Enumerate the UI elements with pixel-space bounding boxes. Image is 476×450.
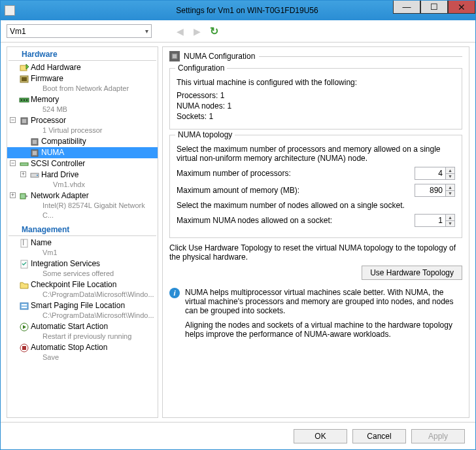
dialog-footer: OK Cancel Apply [1, 422, 475, 449]
max-mem-label: Maximum amount of memory (MB): [177, 186, 299, 195]
close-button[interactable]: ✕ [448, 1, 475, 14]
app-icon [5, 5, 15, 16]
processor-icon [29, 148, 40, 158]
network-adapter-icon [19, 191, 29, 201]
toolbar: Vm1 ▾ ◀ ▶ ↻ [1, 20, 475, 43]
paging-icon [19, 301, 29, 311]
name-icon: I [19, 238, 29, 249]
spin-up-icon[interactable]: ▲ [446, 167, 454, 174]
processor-icon [19, 116, 29, 126]
svg-rect-12 [33, 151, 37, 155]
start-action-icon [19, 322, 29, 332]
info-text: NUMA helps multiprocessor virtual machin… [185, 288, 462, 344]
hard-drive-icon [29, 170, 40, 181]
info-icon: i [169, 288, 180, 298]
svg-rect-21 [22, 304, 27, 305]
svg-rect-10 [33, 140, 37, 144]
topology-intro: Select the maximum number of processors … [177, 145, 455, 163]
svg-rect-4 [21, 99, 22, 101]
use-hardware-topology-button[interactable]: Use Hardware Topology [362, 266, 462, 280]
tree-firmware[interactable]: Firmware Boot from Network Adapter [7, 73, 158, 94]
configuration-group: Configuration This virtual machine is co… [169, 68, 462, 130]
maximize-button[interactable]: ☐ [420, 1, 448, 14]
hardware-section-header[interactable]: Hardware [8, 48, 156, 61]
spin-down-icon[interactable]: ▼ [446, 174, 454, 180]
tree-processor[interactable]: − Processor 1 Virtual processor [7, 115, 158, 136]
tree-name[interactable]: I Name Vm1 [7, 237, 158, 258]
max-proc-input[interactable] [415, 167, 445, 179]
config-intro: This virtual machine is configured with … [177, 78, 455, 87]
tree-memory[interactable]: Memory 524 MB [7, 94, 158, 115]
spin-up-icon[interactable]: ▲ [446, 184, 454, 191]
folder-icon [19, 280, 29, 290]
svg-point-15 [37, 175, 38, 176]
topology-legend: NUMA topology [175, 130, 235, 139]
tree-compatibility[interactable]: Compatibility [7, 136, 158, 147]
ok-button[interactable]: OK [294, 429, 347, 443]
svg-rect-6 [26, 99, 27, 101]
max-nodes-input[interactable] [415, 215, 445, 226]
refresh-icon: ↻ [210, 25, 218, 37]
expander-icon[interactable]: + [20, 171, 26, 177]
spin-down-icon[interactable]: ▼ [446, 191, 454, 197]
spin-up-icon[interactable]: ▲ [446, 215, 454, 221]
reset-text: Click Use Hardware Topology to reset the… [169, 243, 462, 262]
tree-checkpoint-location[interactable]: Checkpoint File Location C:\ProgramData\… [7, 279, 158, 300]
tree-smart-paging-location[interactable]: Smart Paging File Location C:\ProgramDat… [7, 300, 158, 321]
cancel-button[interactable]: Cancel [352, 429, 406, 443]
svg-text:I: I [22, 238, 24, 247]
refresh-button[interactable]: ↻ [208, 26, 220, 37]
apply-button[interactable]: Apply [411, 429, 465, 443]
vm-selector-value: Vm1 [10, 27, 26, 36]
expander-icon[interactable]: + [10, 192, 16, 198]
svg-rect-13 [20, 163, 28, 165]
panel-title: NUMA Configuration [184, 52, 255, 61]
svg-rect-25 [22, 346, 26, 350]
settings-detail-panel: NUMA Configuration Configuration This vi… [162, 46, 469, 418]
configuration-legend: Configuration [175, 63, 227, 73]
svg-rect-27 [173, 54, 177, 58]
tree-add-hardware[interactable]: Add Hardware [7, 62, 158, 73]
titlebar: Settings for Vm1 on WIN-T0G1FD19U56 — ☐ … [1, 1, 475, 20]
memory-icon [19, 95, 29, 105]
nav-back-button[interactable]: ◀ [174, 26, 186, 37]
management-section-header[interactable]: Management [8, 224, 156, 236]
tree-auto-stop[interactable]: Automatic Stop Action Save [7, 342, 158, 363]
svg-rect-22 [22, 307, 27, 308]
svg-rect-2 [22, 77, 27, 81]
settings-tree: Hardware Add Hardware Firmware Boot from… [7, 46, 158, 418]
topology-group: NUMA topology Select the maximum number … [169, 135, 462, 238]
nav-forward-button[interactable]: ▶ [191, 26, 203, 37]
expander-icon[interactable]: − [10, 160, 16, 166]
tree-hard-drive[interactable]: + Hard Drive Vm1.vhdx [7, 169, 158, 190]
tree-network-adapter[interactable]: + Network Adapter Intel(R) 82574L Gigabi… [7, 190, 158, 221]
max-proc-label: Maximum number of processors: [177, 169, 291, 178]
max-nodes-spinner[interactable]: ▲▼ [415, 214, 455, 227]
stop-action-icon [19, 343, 29, 353]
max-nodes-label: Maximum NUMA nodes allowed on a socket: [177, 216, 332, 225]
scsi-icon [19, 159, 29, 169]
dropdown-arrow-icon: ▾ [145, 27, 148, 35]
integration-icon [19, 259, 29, 269]
minimize-button[interactable]: — [393, 1, 420, 14]
tree-auto-start[interactable]: Automatic Start Action Restart if previo… [7, 321, 158, 342]
max-mem-input[interactable] [415, 184, 445, 196]
topology-intro2: Select the maximum number of nodes allow… [177, 201, 455, 210]
tree-scsi-controller[interactable]: − SCSI Controller [7, 158, 158, 169]
tree-numa[interactable]: NUMA [7, 147, 158, 158]
processor-icon [169, 51, 180, 61]
firmware-icon [19, 74, 29, 84]
spin-down-icon[interactable]: ▼ [446, 221, 454, 227]
tree-integration-services[interactable]: Integration Services Some services offer… [7, 258, 158, 279]
expander-icon[interactable]: − [10, 117, 16, 123]
svg-rect-20 [20, 303, 28, 309]
vm-selector[interactable]: Vm1 ▾ [7, 24, 152, 38]
svg-rect-5 [24, 99, 25, 101]
add-hardware-icon [19, 63, 29, 73]
max-mem-spinner[interactable]: ▲▼ [415, 184, 455, 197]
svg-rect-16 [20, 194, 26, 199]
svg-rect-8 [22, 119, 26, 123]
max-proc-spinner[interactable]: ▲▼ [415, 167, 455, 180]
processor-icon [29, 137, 40, 147]
